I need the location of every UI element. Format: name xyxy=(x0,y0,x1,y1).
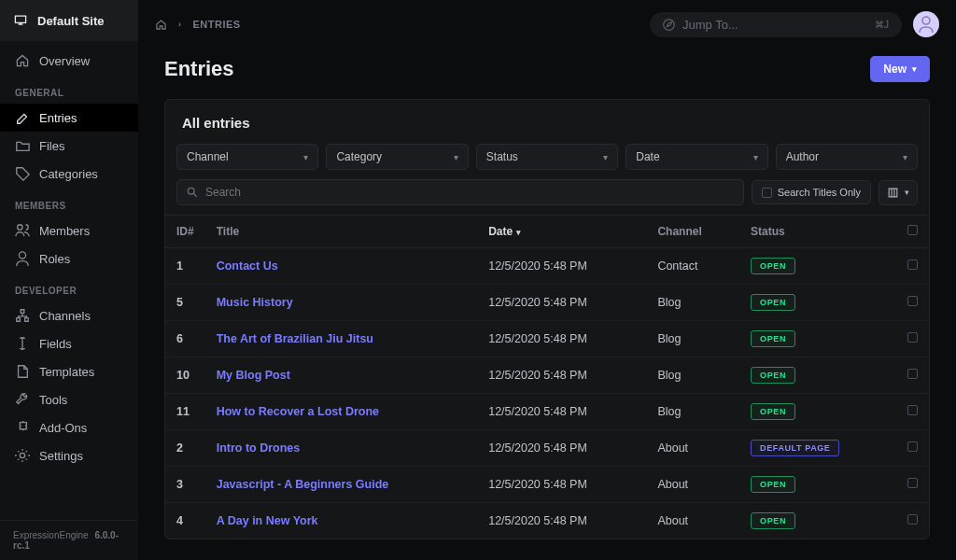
file-icon xyxy=(15,364,30,379)
cell-channel: About xyxy=(646,503,739,539)
cell-id: 6 xyxy=(165,321,205,357)
entry-link[interactable]: How to Recover a Lost Drone xyxy=(217,405,379,418)
entry-link[interactable]: A Day in New York xyxy=(217,514,318,527)
home-icon[interactable] xyxy=(155,19,167,31)
table-row: 2 Intro to Drones 12/5/2020 5:48 PM Abou… xyxy=(165,430,929,467)
table-row: 6 The Art of Brazilian Jiu Jitsu 12/5/20… xyxy=(165,321,929,357)
filter-date[interactable]: Date▾ xyxy=(626,144,767,170)
monitor-icon xyxy=(13,13,28,28)
cell-title: Javascript - A Beginners Guide xyxy=(205,467,478,503)
row-checkbox[interactable] xyxy=(907,259,918,270)
page-title: Entries xyxy=(164,57,234,81)
cell-date: 12/5/2020 5:48 PM xyxy=(477,503,646,539)
nav-settings[interactable]: Settings xyxy=(0,441,138,469)
users-icon xyxy=(15,223,30,238)
search-input[interactable] xyxy=(205,186,734,199)
chevron-down-icon: ▾ xyxy=(454,152,458,162)
search-titles-only[interactable]: Search Titles Only xyxy=(752,180,871,204)
nav-channels[interactable]: Channels xyxy=(0,301,138,329)
entry-link[interactable]: Music History xyxy=(217,296,293,309)
cell-date: 12/5/2020 5:48 PM xyxy=(477,357,646,394)
chevron-down-icon: ▾ xyxy=(912,64,917,74)
nav-overview[interactable]: Overview xyxy=(0,47,138,75)
column-picker[interactable]: ▾ xyxy=(879,180,918,205)
row-checkbox[interactable] xyxy=(907,296,918,306)
row-checkbox[interactable] xyxy=(907,332,918,343)
cell-check xyxy=(895,248,929,285)
kbd-hint: ⌘J xyxy=(875,20,889,30)
cell-status: OPEN xyxy=(739,467,895,503)
breadcrumb: › ENTRIES xyxy=(155,19,241,31)
cell-id: 10 xyxy=(165,357,205,394)
nav: Overview GENERALEntriesFilesCategoriesME… xyxy=(0,41,138,520)
cell-title: How to Recover a Lost Drone xyxy=(205,394,478,430)
nav-addons[interactable]: Add-Ons xyxy=(0,413,138,441)
jump-menu[interactable]: Jump To... ⌘J xyxy=(650,12,902,37)
nav-members[interactable]: Members xyxy=(0,217,138,245)
nav-templates[interactable]: Templates xyxy=(0,357,138,385)
cell-id: 4 xyxy=(165,503,205,539)
filter-channel[interactable]: Channel▾ xyxy=(176,144,318,170)
cell-id: 3 xyxy=(165,467,205,503)
nav-roles[interactable]: Roles xyxy=(0,245,138,273)
nav-section-label: DEVELOPER xyxy=(0,273,138,301)
nav-tools[interactable]: Tools xyxy=(0,385,138,413)
col-id[interactable]: ID# xyxy=(165,216,205,248)
row-checkbox[interactable] xyxy=(907,441,918,452)
wrench-icon xyxy=(15,392,30,407)
cell-title: The Art of Brazilian Jiu Jitsu xyxy=(205,321,478,357)
sitemap-icon xyxy=(15,308,30,323)
cell-id: 11 xyxy=(165,394,205,430)
row-checkbox[interactable] xyxy=(907,478,918,488)
breadcrumb-current: ENTRIES xyxy=(193,19,241,30)
cell-check xyxy=(895,321,929,357)
entry-link[interactable]: My Blog Post xyxy=(217,369,290,382)
cell-channel: About xyxy=(646,430,739,467)
topbar: › ENTRIES Jump To... ⌘J xyxy=(138,0,956,49)
i-cursor-icon xyxy=(15,336,30,351)
filter-status[interactable]: Status▾ xyxy=(476,144,618,170)
cell-title: Music History xyxy=(205,285,478,321)
filter-author[interactable]: Author▾ xyxy=(776,144,918,170)
col-check[interactable] xyxy=(895,216,929,248)
nav-categories[interactable]: Categories xyxy=(0,160,138,188)
entry-link[interactable]: Javascript - A Beginners Guide xyxy=(217,478,389,491)
col-date[interactable]: Date ▾ xyxy=(477,216,646,248)
avatar[interactable] xyxy=(913,11,939,37)
row-checkbox[interactable] xyxy=(907,369,918,379)
checkbox-all[interactable] xyxy=(907,225,918,235)
cell-title: My Blog Post xyxy=(205,357,478,394)
entry-link[interactable]: Contact Us xyxy=(217,259,278,273)
panel-title: All entries xyxy=(165,100,929,144)
cell-status: OPEN xyxy=(739,285,895,321)
cell-check xyxy=(895,467,929,503)
cell-date: 12/5/2020 5:48 PM xyxy=(477,430,646,467)
nav-entries[interactable]: Entries xyxy=(0,104,138,132)
entry-link[interactable]: The Art of Brazilian Jiu Jitsu xyxy=(217,332,373,345)
site-switcher[interactable]: Default Site xyxy=(0,0,138,41)
puzzle-icon xyxy=(15,420,30,435)
cell-channel: About xyxy=(646,467,739,503)
status-badge: DEFAULT PAGE xyxy=(751,440,839,456)
cell-check xyxy=(895,357,929,394)
cell-date: 12/5/2020 5:48 PM xyxy=(477,467,646,503)
col-title[interactable]: Title xyxy=(205,216,478,248)
checkbox[interactable] xyxy=(762,188,772,198)
new-button[interactable]: New ▾ xyxy=(870,56,930,82)
row-checkbox[interactable] xyxy=(907,514,918,525)
chevron-down-icon: ▾ xyxy=(903,152,907,162)
search-input-wrap xyxy=(176,179,744,205)
pencil-icon xyxy=(15,110,30,125)
col-status[interactable]: Status xyxy=(739,216,895,248)
nav-files[interactable]: Files xyxy=(0,132,138,160)
col-channel[interactable]: Channel xyxy=(646,216,739,248)
filter-category[interactable]: Category▾ xyxy=(326,144,468,170)
row-checkbox[interactable] xyxy=(907,405,918,415)
cell-channel: Blog xyxy=(646,321,739,357)
cell-id: 2 xyxy=(165,430,205,467)
table-row: 5 Music History 12/5/2020 5:48 PM Blog O… xyxy=(165,285,929,321)
status-badge: OPEN xyxy=(751,258,795,274)
entry-link[interactable]: Intro to Drones xyxy=(217,441,301,455)
svg-point-0 xyxy=(188,188,194,194)
nav-fields[interactable]: Fields xyxy=(0,329,138,357)
